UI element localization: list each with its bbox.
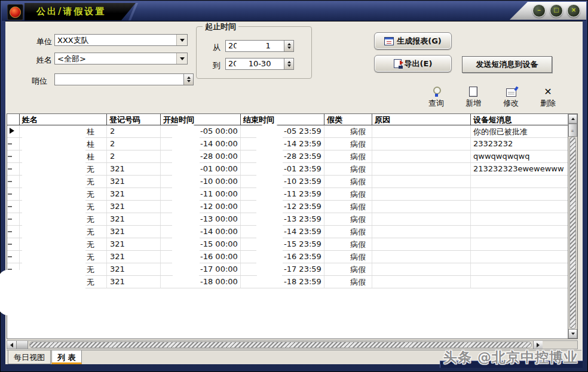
app-logo-ball-icon — [10, 7, 21, 18]
maximize-button[interactable]: □ — [550, 4, 563, 17]
cell-reg: 321 — [106, 276, 160, 288]
row-selector-dash — [8, 143, 12, 145]
table-row[interactable]: 无321-11 00:00-11 23:59病假 — [7, 188, 568, 201]
minimize-button[interactable]: － — [532, 4, 546, 17]
cell-sms — [470, 188, 568, 200]
table-row[interactable]: 无321-14 00:00-14 23:59病假 — [7, 226, 568, 238]
post-value — [55, 74, 183, 85]
export-button[interactable]: 导出(E) — [374, 55, 452, 72]
row-selector-cell — [7, 188, 19, 200]
table-row[interactable]: 无321-10 00:00-10 23:59病假 — [7, 176, 568, 188]
horizontal-scroll-track[interactable] — [29, 342, 532, 348]
report-icon — [384, 37, 394, 45]
cell-reason — [372, 176, 470, 187]
column-header-3[interactable]: 开始时间 — [160, 114, 240, 125]
scroll-up-icon[interactable] — [568, 114, 577, 124]
generate-report-button[interactable]: 生成报表(G) — [374, 32, 452, 50]
delete-tool-button[interactable]: ✕删除 — [529, 86, 566, 109]
cell-sms — [470, 213, 568, 225]
row-selector-dash — [8, 193, 12, 195]
cell-reg: 321 — [106, 238, 160, 250]
window-title: 公出/请假设置 — [24, 6, 106, 17]
vertical-scrollbar[interactable]: ≡ — [568, 114, 577, 339]
row-selector-dash — [8, 168, 12, 170]
tab-list-view[interactable]: 列 表 — [51, 351, 82, 364]
cell-reason — [372, 213, 470, 225]
add-icon — [469, 87, 477, 97]
cell-type: 病假 — [324, 150, 372, 162]
unit-label: 单位 — [36, 36, 52, 47]
cell-sms — [470, 238, 568, 250]
modify-tool-button[interactable]: 修改 — [492, 86, 529, 109]
post-spinner-icon[interactable] — [183, 74, 193, 85]
export-label: 导出(E) — [405, 59, 433, 69]
app-icon — [7, 4, 23, 20]
cell-type: 病假 — [324, 251, 372, 263]
name-combobox[interactable]: <全部> — [54, 53, 188, 64]
table-row[interactable]: 无321-12 00:00-12 23:59病假 — [7, 201, 568, 213]
leave-grid: 姓名登记号码开始时间结束时间假类原因设备短消息 桂2-05 00:00-05 2… — [7, 114, 568, 339]
delete-icon: ✕ — [544, 87, 552, 97]
name-label: 姓名 — [36, 55, 52, 66]
row-selector-cell — [7, 163, 19, 175]
column-header-2[interactable]: 登记号码 — [106, 114, 160, 125]
table-row[interactable]: 无321-16 00:00-16 23:59病假 — [7, 251, 568, 263]
send-sms-button[interactable]: 发送短消息到设备 — [462, 56, 552, 73]
table-row[interactable]: 无321-15 00:00-15 23:59病假 — [7, 238, 568, 251]
scroll-left-icon[interactable] — [7, 341, 17, 349]
column-header-5[interactable]: 假类 — [324, 114, 372, 125]
vertical-scroll-track[interactable] — [569, 137, 576, 329]
cell-reg: 321 — [106, 201, 160, 213]
row-selector-dash — [8, 206, 12, 207]
row-selector-cell — [7, 150, 19, 162]
censor-blob-names — [22, 125, 85, 300]
cell-sms: 23323232 — [470, 138, 568, 150]
column-header-6[interactable]: 原因 — [372, 114, 470, 125]
cell-start: -18 00:00 — [160, 276, 240, 288]
column-header-4[interactable]: 结束时间 — [240, 114, 324, 125]
unit-combobox[interactable]: XXX支队 — [54, 34, 188, 46]
row-selector-cell — [7, 138, 19, 150]
window-frame: 公出/请假设置 － □ × 单位 XXX支队 姓名 <全部> 哨位 起止时间 从 — [0, 0, 588, 372]
row-selector-cell — [7, 125, 19, 137]
cell-type: 病假 — [324, 263, 372, 275]
to-date-spinner-icon[interactable] — [284, 59, 293, 69]
cell-reg: 321 — [106, 251, 160, 263]
name-dropdown-arrow-icon[interactable] — [176, 53, 187, 64]
content-area: 单位 XXX支队 姓名 <全部> 哨位 起止时间 从 20 - 1 到 2 — [5, 21, 583, 364]
close-button[interactable]: × — [567, 4, 580, 17]
cell-type: 病假 — [324, 213, 372, 225]
column-header-0[interactable] — [7, 114, 19, 125]
table-row[interactable]: 无321-17 00:00-17 23:59病假 — [7, 263, 568, 276]
from-label: 从 — [213, 42, 220, 53]
cell-sms — [470, 201, 568, 213]
table-row[interactable]: 桂2-05 00:00-05 23:59病假你的假已被批准 — [7, 125, 568, 138]
modify-tool-label: 修改 — [492, 98, 529, 109]
table-row[interactable]: 无321-13 00:00-13 23:59病假 — [7, 213, 568, 226]
table-row[interactable]: 无321-18 00:00-18 23:59病假 — [7, 276, 568, 288]
scroll-down-icon[interactable] — [568, 329, 577, 339]
table-row[interactable]: 无321-01 00:00-01 23:59病假213232323eweweww… — [7, 163, 568, 176]
tab-daily-view[interactable]: 每日视图 — [8, 351, 51, 364]
send-sms-label: 发送短消息到设备 — [476, 59, 538, 70]
cell-type: 病假 — [324, 138, 372, 150]
column-header-1[interactable]: 姓名 — [19, 114, 106, 125]
table-row[interactable]: 桂2-14 00:00-14 23:59病假23323232 — [7, 138, 568, 150]
row-selector-dash — [8, 156, 12, 157]
add-tool-button[interactable]: 新增 — [455, 86, 492, 109]
from-date-spinner-icon[interactable] — [284, 41, 293, 51]
cell-type: 病假 — [324, 226, 372, 238]
cell-sms — [470, 226, 568, 238]
row-selector-cell — [7, 226, 19, 238]
column-header-7[interactable]: 设备短消息 — [470, 114, 568, 125]
title-banner: 公出/请假设置 — [24, 3, 136, 20]
query-tool-button[interactable]: 查询 — [418, 86, 455, 109]
cell-sms: 213232323ewewewww — [470, 163, 568, 175]
unit-dropdown-arrow-icon[interactable] — [176, 35, 187, 45]
horizontal-scroll-thumb[interactable] — [17, 341, 28, 349]
query-tool-label: 查询 — [418, 98, 455, 109]
table-row[interactable]: 桂2-28 00:00-28 23:59病假qwwqwqwqwq — [7, 150, 568, 163]
post-spinedit[interactable] — [54, 73, 194, 85]
vertical-scroll-thumb[interactable]: ≡ — [568, 124, 577, 137]
cell-type: 病假 — [324, 276, 372, 288]
